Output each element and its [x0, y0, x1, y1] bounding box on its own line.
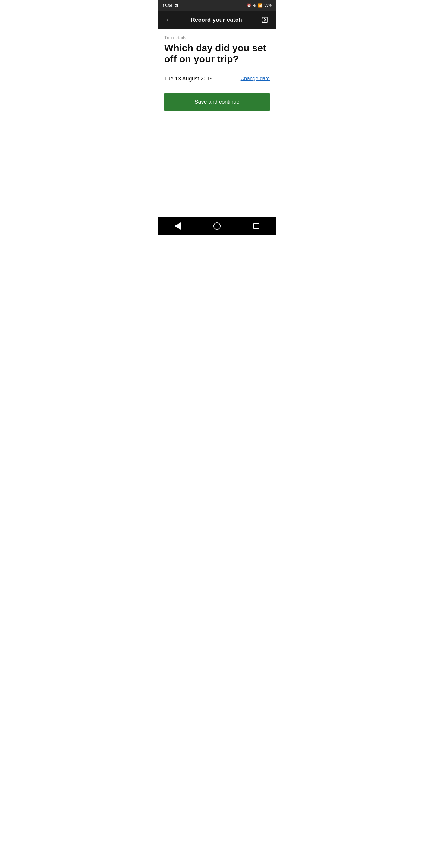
page-title: Record your catch	[191, 17, 242, 23]
back-button[interactable]: ←	[163, 13, 175, 26]
status-bar-left: 13:36 🖼	[162, 3, 178, 8]
change-date-button[interactable]: Change date	[241, 76, 270, 82]
selected-date: Tue 13 August 2019	[164, 76, 213, 82]
recents-nav-button[interactable]	[250, 220, 262, 232]
question-title: Which day did you set off on your trip?	[164, 42, 270, 65]
battery-display: 53%	[264, 3, 272, 7]
home-nav-button[interactable]	[210, 219, 224, 233]
recents-nav-icon	[253, 223, 259, 229]
image-icon: 🖼	[174, 3, 178, 8]
back-nav-icon	[175, 222, 181, 230]
status-bar-right: ⏰ ⊖ 📶 53%	[247, 3, 272, 7]
exit-icon	[261, 16, 269, 24]
status-bar: 13:36 🖼 ⏰ ⊖ 📶 53%	[158, 0, 276, 11]
home-nav-icon	[213, 222, 221, 230]
time-display: 13:36	[162, 3, 173, 8]
bottom-nav-bar	[158, 217, 276, 235]
section-label: Trip details	[164, 35, 270, 40]
nav-bar: ← Record your catch	[158, 11, 276, 29]
exit-button[interactable]	[258, 13, 271, 26]
save-continue-button[interactable]: Save and continue	[164, 93, 270, 111]
date-row: Tue 13 August 2019 Change date	[164, 76, 270, 82]
signal-icon: 📶	[258, 3, 262, 7]
back-arrow-icon: ←	[165, 16, 172, 24]
back-nav-button[interactable]	[172, 219, 184, 233]
main-content: Trip details Which day did you set off o…	[158, 29, 276, 217]
alarm-icon: ⏰	[247, 3, 251, 7]
dnd-icon: ⊖	[253, 3, 256, 7]
